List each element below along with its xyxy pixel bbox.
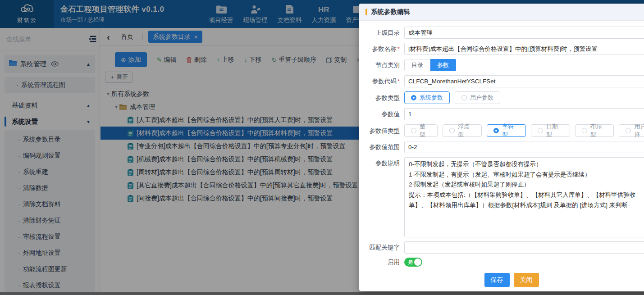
close-button[interactable]: 关闭: [514, 273, 539, 287]
field-label: 参数说明: [359, 159, 400, 168]
field-label: 参数值: [359, 108, 400, 120]
enabled-toggle[interactable]: 是: [404, 258, 422, 267]
param-type-radio-group: 系统参数用户参数: [404, 91, 500, 104]
radio-option-label: 日期型: [546, 123, 563, 139]
modal-body: 上级目录 参数名称* 节点类别 目录参数 参数代码* 参数类型 系统参数用户参数…: [359, 21, 644, 287]
modal-header: 系统参数编辑: [359, 4, 644, 21]
title-accent-bar: [365, 9, 367, 15]
description-textarea[interactable]: 0-不限制发起，无提示（不管是否超都没有提示） 1-不限发制起，有提示（发起、审…: [404, 157, 644, 237]
radio-option[interactable]: 字符型: [487, 124, 526, 137]
radio-option-label: 用户选择: [634, 123, 644, 139]
required-star: *: [397, 78, 400, 85]
param-value-input[interactable]: [404, 108, 644, 120]
radio-option[interactable]: 日期型: [531, 124, 570, 137]
radio-option-label: 浮点型: [458, 123, 475, 139]
modal-title: 系统参数编辑: [371, 8, 410, 16]
node-type-segmented: 目录参数: [404, 59, 456, 71]
field-label: 匹配关键字: [359, 241, 400, 254]
field-value-type: 参数值类型 整型浮点型字符型日期型布尔型用户选择: [359, 124, 644, 137]
toggle-state-label: 是: [408, 259, 413, 265]
match-keyword-input[interactable]: [404, 241, 644, 254]
param-edit-modal: 系统参数编辑 上级目录 参数名称* 节点类别 目录参数 参数代码* 参数类型: [359, 4, 644, 291]
radio-dot-icon: [538, 128, 543, 133]
required-star: *: [397, 45, 400, 52]
radio-option-label: 用户参数: [470, 94, 493, 102]
segment-option[interactable]: 目录: [404, 59, 430, 71]
field-label: 启用: [359, 258, 400, 267]
field-label: 参数值范围: [359, 141, 400, 153]
radio-option-label: 系统参数: [420, 94, 443, 102]
param-name-input[interactable]: [404, 43, 644, 55]
radio-option-label: 整型: [420, 123, 431, 139]
field-label: 参数值类型: [359, 125, 400, 137]
field-label: 上级目录: [359, 27, 400, 39]
field-label: 参数类型: [359, 92, 400, 104]
field-parent-dir: 上级目录: [359, 27, 644, 39]
radio-option-label: 字符型: [502, 123, 519, 139]
radio-option[interactable]: 用户选择: [619, 124, 644, 137]
field-enabled: 启用 是: [359, 258, 644, 267]
radio-dot-icon: [493, 128, 499, 133]
param-code-input[interactable]: [404, 75, 644, 87]
radio-dot-icon: [626, 128, 631, 133]
value-type-radio-group: 整型浮点型字符型日期型布尔型用户选择: [404, 124, 644, 137]
modal-buttons: 保存 关闭: [359, 273, 644, 287]
radio-option[interactable]: 用户参数: [455, 91, 500, 104]
field-param-name: 参数名称*: [359, 43, 644, 55]
field-param-type: 参数类型 系统参数用户参数: [359, 91, 644, 104]
field-value-range: 参数值范围: [359, 141, 644, 153]
value-range-input[interactable]: [404, 141, 644, 153]
radio-dot-icon: [461, 95, 467, 100]
field-description: 参数说明 0-不限制发起，无提示（不管是否超都没有提示） 1-不限发制起，有提示…: [359, 157, 644, 237]
field-label: 参数代码: [372, 78, 397, 85]
app-window: 财筑云 金石工程项目管理软件 v0.1.0 市场一部 / 总经理 项目经营 现场…: [0, 0, 644, 295]
radio-dot-icon: [449, 128, 455, 133]
radio-dot-icon: [411, 128, 416, 133]
field-match-keyword: 匹配关键字: [359, 241, 644, 254]
radio-option[interactable]: 整型: [404, 124, 438, 137]
field-param-code: 参数代码*: [359, 75, 644, 87]
radio-option-label: 布尔型: [590, 123, 607, 139]
radio-dot-icon: [582, 128, 587, 133]
radio-option[interactable]: 布尔型: [575, 124, 614, 137]
radio-option[interactable]: 浮点型: [443, 124, 482, 137]
field-label: 节点类别: [359, 59, 400, 71]
save-button[interactable]: 保存: [484, 273, 510, 287]
radio-dot-icon: [411, 95, 416, 100]
parent-dir-input[interactable]: [404, 27, 644, 39]
radio-option[interactable]: 系统参数: [404, 91, 450, 104]
field-param-value: 参数值: [359, 108, 644, 120]
field-label: 参数名称: [372, 45, 397, 52]
field-node-type: 节点类别 目录参数: [359, 59, 644, 71]
segment-option[interactable]: 参数: [430, 59, 456, 71]
